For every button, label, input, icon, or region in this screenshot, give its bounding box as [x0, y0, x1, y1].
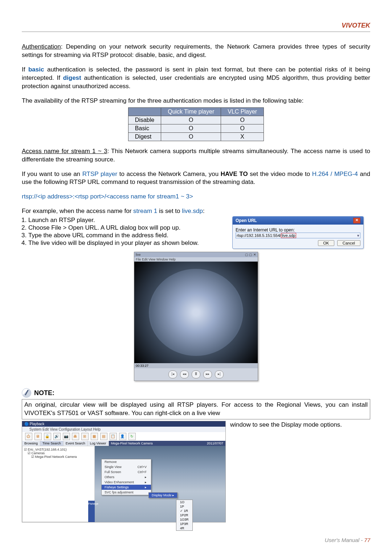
printer-icon[interactable]: 🖶	[72, 433, 79, 440]
para-example: For example, when the access name for st…	[22, 207, 370, 216]
dialog-title-text: Open URL	[236, 218, 257, 223]
tree-item[interactable]: ☑ Eric_VAST(192.168.4.101)	[24, 448, 93, 451]
pencil-icon	[22, 388, 31, 398]
context-menu: Remove Single ViewCtrl+V Full ScreenCtrl…	[101, 459, 151, 495]
video-date: 2011/07/07	[207, 442, 223, 445]
tab-timesearch[interactable]: Time Search	[40, 441, 64, 446]
toolbar[interactable]: ⏻ 🖥 🔒 🔊 📷 🖶 ⊞ ▦ ▤ 📋 👤 ↻	[22, 432, 225, 441]
para-auth: Authentication: Depending on your networ…	[22, 43, 370, 59]
vast-title: Playback	[30, 422, 45, 426]
tab-browsing[interactable]: Browsing	[22, 441, 40, 446]
app-icon: 🔵	[24, 422, 29, 426]
tile-icon[interactable]: ▦	[91, 433, 98, 440]
grid-icon[interactable]: ⊞	[81, 433, 89, 440]
para-rtsp-player: If you want to use an RTSP player to acc…	[22, 170, 370, 187]
mode-item[interactable]: ✓ 1R	[176, 509, 192, 513]
menu-item[interactable]: Single ViewCtrl+V	[102, 464, 151, 469]
pause-icon[interactable]: II	[192, 370, 200, 378]
clipboard-icon[interactable]: 📋	[110, 433, 117, 440]
mode-item[interactable]: 4R	[176, 526, 192, 530]
vast-playback-window: 🔵 Playback System Edit View Configuratio…	[22, 421, 226, 522]
table-row: DisableOO	[128, 116, 264, 124]
list-item: Choose File > Open URL. A URL dialog box…	[28, 224, 225, 231]
rewind-icon[interactable]: ◂◂	[180, 370, 189, 378]
chevron-down-icon[interactable]: ▾	[357, 233, 359, 238]
close-icon[interactable]: ✕	[353, 218, 360, 223]
refresh-icon[interactable]: ↻	[128, 433, 136, 440]
heading-accessname: Access name for stream 1 ~ 3	[22, 148, 107, 155]
footer: User's Manual - 77	[325, 537, 370, 543]
player-controls: |◂ ◂◂ II ▸▸ ▸|	[134, 368, 258, 381]
power-icon[interactable]: ⏻	[25, 433, 32, 440]
menu-item[interactable]: Remove	[102, 459, 151, 464]
url-field[interactable]: rtsp://192.168.5.151:554/live.sdp ▾	[236, 233, 360, 238]
para-auth-modes: If basic authentication is selected, the…	[22, 66, 370, 91]
next-icon[interactable]: ▸|	[215, 370, 224, 378]
rtsp-player-window: live ▢ ▢ ✕ File Edit View Window Help 00…	[134, 252, 258, 381]
layout-icon[interactable]: ▤	[100, 433, 107, 440]
player-time: 00:33:27	[136, 364, 148, 368]
ok-button[interactable]: OK	[318, 240, 335, 246]
menu-item[interactable]: Others▸	[102, 475, 151, 480]
para-table-lead: The availability of the RTSP streaming f…	[22, 97, 370, 105]
mode-item[interactable]: 1P3R	[176, 522, 192, 526]
live-video-panel[interactable]: Fisheye Remove Single ViewCtrl+V Full Sc…	[95, 446, 225, 522]
monitor-icon[interactable]: 🖥	[34, 433, 42, 440]
user-icon[interactable]: 👤	[119, 433, 126, 440]
menu-item[interactable]: Video Enhancement▸	[102, 480, 151, 485]
lock-icon[interactable]: 🔒	[44, 433, 51, 440]
device-tree[interactable]: ☑ Eric_VAST(192.168.4.101) ☑ Cameras ☑ M…	[22, 446, 95, 522]
submenu-item-displaymode[interactable]: Display Mode ▸	[149, 493, 177, 498]
fisheye-tab[interactable]: Fisheye	[88, 501, 95, 522]
para-accessname: Access name for stream 1 ~ 3: This Netwo…	[22, 147, 370, 164]
table-row: BasicOO	[128, 124, 264, 132]
note-continuation: window to see the Display mode options.	[230, 421, 342, 522]
table-row: DigestOX	[128, 132, 264, 141]
player-menu[interactable]: File Edit View Window Help	[134, 257, 258, 262]
vast-menu[interactable]: System Edit View Configuration Layout He…	[22, 427, 225, 432]
menu-item-fisheye[interactable]: Fisheye Settings▸	[102, 485, 151, 490]
heading-auth: Authentication	[22, 43, 61, 50]
display-mode-menu: 1O 1P ✓ 1R 1P2R 1O3R 1P3R 4R	[176, 500, 193, 531]
video-title: Mega-Pixel Network Camera	[111, 442, 153, 445]
mode-item[interactable]: 1O3R	[176, 517, 192, 522]
tab-logviewer[interactable]: Log Viewer	[88, 441, 109, 446]
submenu: Display Mode ▸	[148, 492, 177, 498]
list-item: Type the above URL command in the addres…	[28, 232, 225, 239]
rtsp-url-format: rtsp://<ip address>:<rtsp port>/<access …	[22, 193, 370, 201]
auth-compat-table: Quick Time player VLC Player DisableOO B…	[128, 107, 264, 141]
menu-item[interactable]: SVC fps adjustment	[102, 490, 151, 495]
window-controls[interactable]: ▢ ▢ ✕	[245, 253, 256, 257]
tab-eventsearch[interactable]: Event Search	[64, 441, 88, 446]
list-item: The live video will be displayed in your…	[28, 239, 225, 247]
cancel-button[interactable]: Cancel	[337, 240, 360, 246]
mode-item[interactable]: 1P	[176, 504, 192, 509]
tree-item[interactable]: ☑ Cameras	[24, 451, 93, 455]
menu-item[interactable]: Full ScreenCtrl+F	[102, 469, 151, 475]
tree-item[interactable]: ☑ Mega-Pixel Network Camera	[24, 455, 93, 459]
speaker-icon[interactable]: 🔊	[53, 433, 61, 440]
divider	[22, 32, 370, 32]
fisheye-video	[134, 262, 258, 363]
steps-list: Launch an RTSP player. Choose File > Ope…	[22, 217, 225, 247]
dialog-label: Enter an Internet URL to open:	[236, 227, 360, 233]
mode-item[interactable]: 1O	[176, 500, 192, 504]
open-url-dialog: Open URL ✕ Enter an Internet URL to open…	[232, 216, 364, 249]
note-box: An original, circular view will be displ…	[22, 399, 370, 419]
camera-icon[interactable]: 📷	[63, 433, 70, 440]
mode-item[interactable]: 1P2R	[176, 513, 192, 517]
brand-logo: VIVOTEK	[22, 22, 370, 29]
list-item: Launch an RTSP player.	[28, 217, 225, 224]
forward-icon[interactable]: ▸▸	[203, 370, 212, 378]
note-heading: NOTE:	[34, 389, 54, 397]
player-title: live	[136, 253, 141, 257]
prev-icon[interactable]: |◂	[168, 370, 177, 378]
